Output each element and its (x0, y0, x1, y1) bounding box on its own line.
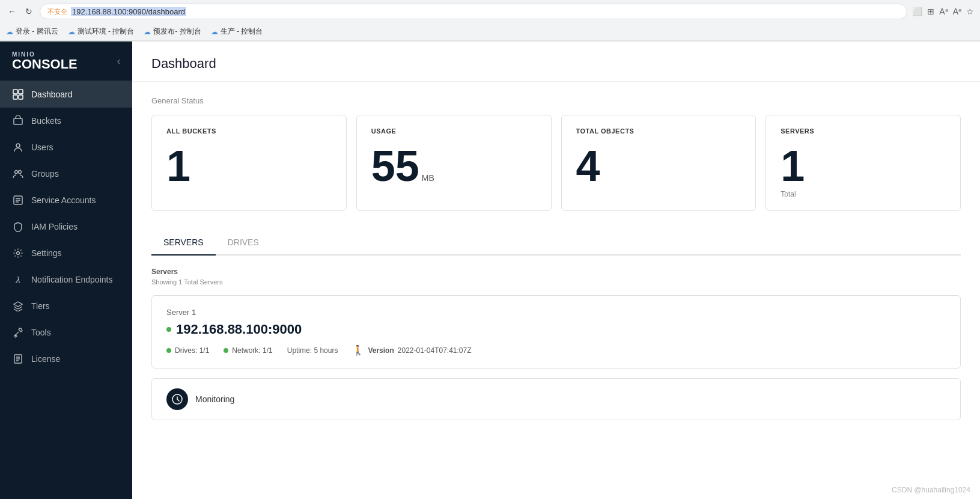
bookmark-cloud-icon-1: ☁ (6, 28, 13, 36)
stat-value-servers: 1 (781, 144, 946, 188)
tab-drives[interactable]: DRIVES (216, 230, 271, 256)
svg-rect-2 (13, 95, 17, 99)
read-mode-icon[interactable]: Aᵃ (939, 7, 948, 16)
sidebar-item-groups[interactable]: Groups (0, 161, 132, 187)
sidebar-label-tools: Tools (31, 328, 51, 337)
stat-card-servers: SERVERS 1 Total (765, 115, 961, 211)
server-uptime: Uptime: 5 hours (287, 346, 338, 355)
address-bar[interactable]: 不安全 192.168.88.100:9090/dashboard (40, 4, 907, 19)
server-name: Server 1 (166, 308, 946, 317)
monitoring-section: Monitoring (151, 378, 961, 420)
url-text: 192.168.88.100:9090/dashboard (71, 7, 186, 16)
page-header: Dashboard (132, 41, 980, 82)
sidebar-logo: MINIO CONSOLE ‹ (0, 41, 132, 81)
svg-point-5 (16, 144, 20, 147)
stat-card-total-objects: TOTAL OBJECTS 4 (561, 115, 756, 211)
svg-point-9 (17, 252, 20, 255)
users-icon (12, 141, 24, 153)
stat-card-all-buckets: ALL BUCKETS 1 (151, 115, 347, 211)
sidebar-label-buckets: Buckets (31, 116, 61, 126)
favorites-icon[interactable]: ☆ (966, 7, 974, 16)
svg-rect-4 (14, 118, 22, 124)
sidebar-item-settings[interactable]: Settings (0, 240, 132, 266)
sidebar-label-license: License (31, 354, 60, 364)
watermark: CSDN @huahailing1024 (892, 486, 970, 494)
sidebar-label-iam-policies: IAM Policies (31, 222, 78, 231)
sidebar-item-tools[interactable]: Tools (0, 319, 132, 346)
stat-label-total-objects: TOTAL OBJECTS (576, 127, 741, 135)
refresh-button[interactable]: ↻ (23, 5, 35, 17)
server-address: 192.168.88.100:9000 (166, 322, 946, 337)
version-icon: 🚶 (352, 344, 364, 356)
dashboard-icon (12, 88, 24, 100)
notification-endpoints-icon: λ (12, 274, 24, 286)
stat-sub-servers: Total (781, 190, 946, 198)
logo-console: CONSOLE (12, 58, 78, 71)
stat-value-total-objects: 4 (576, 144, 741, 188)
general-status-label: General Status (151, 96, 961, 105)
bookmark-4[interactable]: ☁ 生产 - 控制台 (211, 26, 263, 37)
sidebar-label-tiers: Tiers (31, 301, 50, 311)
bookmark-3[interactable]: ☁ 预发布- 控制台 (144, 26, 201, 37)
tab-servers[interactable]: SERVERS (151, 230, 216, 256)
buckets-icon (12, 115, 24, 127)
svg-rect-0 (13, 90, 17, 94)
iam-policies-icon (12, 221, 24, 233)
server-card: Server 1 192.168.88.100:9000 Drives: 1/1… (151, 295, 961, 369)
bookmark-cloud-icon-4: ☁ (211, 28, 218, 36)
grid-icon[interactable]: ⊞ (927, 7, 934, 16)
groups-icon (12, 168, 24, 180)
sidebar-item-buckets[interactable]: Buckets (0, 108, 132, 134)
server-meta: Drives: 1/1 Network: 1/1 Uptime: 5 hours… (166, 344, 946, 356)
svg-point-7 (19, 171, 22, 174)
font-size-icon[interactable]: Aᵃ (953, 7, 961, 16)
sidebar-item-iam-policies[interactable]: IAM Policies (0, 213, 132, 240)
server-network: Network: 1/1 (224, 346, 272, 355)
bookmark-2[interactable]: ☁ 测试环境 - 控制台 (68, 26, 135, 37)
bookmark-cloud-icon-3: ☁ (144, 28, 151, 36)
sidebar-label-service-accounts: Service Accounts (31, 195, 96, 205)
tabs-bar: SERVERS DRIVES (151, 230, 961, 256)
security-icon: 不安全 (47, 7, 67, 16)
bookmarks-bar: ☁ 登录 - 腾讯云 ☁ 测试环境 - 控制台 ☁ 预发布- 控制台 ☁ 生产 … (0, 23, 980, 41)
version-label: Version (368, 346, 394, 355)
stat-unit-usage: MB (422, 174, 434, 182)
network-status-dot (224, 348, 228, 353)
svg-rect-1 (19, 90, 23, 94)
sidebar-item-notification-endpoints[interactable]: λ Notification Endpoints (0, 266, 132, 293)
back-button[interactable]: ← (6, 5, 18, 17)
sidebar-item-service-accounts[interactable]: Service Accounts (0, 187, 132, 213)
drives-status-dot (166, 348, 171, 353)
collapse-button[interactable]: ‹ (117, 56, 120, 67)
stat-value-all-buckets: 1 (166, 144, 332, 188)
sidebar-item-users[interactable]: Users (0, 134, 132, 161)
tools-icon (12, 326, 24, 338)
bookmark-1[interactable]: ☁ 登录 - 腾讯云 (6, 26, 58, 37)
stat-label-usage: USAGE (371, 127, 537, 135)
version-value: 2022-01-04T07:41:07Z (398, 346, 472, 355)
page-title: Dashboard (151, 56, 961, 72)
server-drives: Drives: 1/1 (166, 346, 209, 355)
sidebar-label-notification-endpoints: Notification Endpoints (31, 275, 112, 284)
bookmark-cloud-icon-2: ☁ (68, 28, 75, 36)
svg-point-6 (15, 171, 18, 174)
sidebar: MINIO CONSOLE ‹ Dashboard Buckets Users (0, 41, 132, 499)
sidebar-item-tiers[interactable]: Tiers (0, 293, 132, 319)
monitoring-label: Monitoring (195, 394, 234, 404)
tiers-icon (12, 300, 24, 312)
stat-label-all-buckets: ALL BUCKETS (166, 127, 332, 135)
sidebar-label-users: Users (31, 142, 53, 152)
sidebar-item-license[interactable]: License (0, 346, 132, 372)
sidebar-label-settings: Settings (31, 248, 62, 258)
servers-section-title: Servers (151, 268, 961, 276)
sidebar-item-dashboard[interactable]: Dashboard (0, 81, 132, 108)
main-content: Dashboard General Status ALL BUCKETS 1 U… (132, 41, 980, 499)
stat-card-usage: USAGE 55 MB (356, 115, 552, 211)
servers-section-subtitle: Showing 1 Total Servers (151, 278, 961, 286)
server-version: 🚶 Version 2022-01-04T07:41:07Z (352, 344, 471, 356)
service-accounts-icon (12, 194, 24, 206)
sidebar-label-dashboard: Dashboard (31, 90, 73, 99)
sidebar-label-groups: Groups (31, 169, 59, 179)
stat-value-usage: 55 MB (371, 144, 537, 188)
cast-icon[interactable]: ⬜ (912, 7, 922, 16)
